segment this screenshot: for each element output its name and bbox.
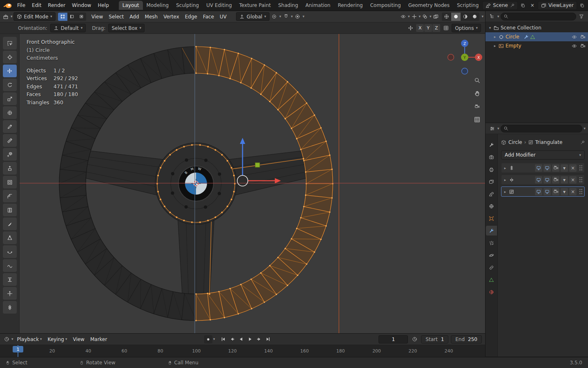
modifier-row[interactable]: ▸ ▾ × — [501, 186, 585, 197]
axis-negative-x-ball[interactable] — [448, 54, 454, 61]
viewport-3d[interactable]: B M W Front Orthographic (1) Circle Cent… — [20, 34, 485, 333]
collection-expand-icon[interactable]: ▾ — [488, 26, 492, 30]
expand-icon[interactable]: ▸ — [503, 190, 507, 194]
workspace-tab[interactable]: Sculpting — [172, 1, 203, 10]
properties-tab[interactable] — [486, 226, 497, 236]
mirror-axis-button[interactable]: X — [416, 24, 424, 32]
visibility-button[interactable] — [399, 13, 408, 21]
properties-options-caret[interactable]: ▾ — [584, 127, 586, 130]
tool-button[interactable] — [3, 231, 17, 244]
tool-button[interactable] — [3, 51, 17, 63]
tool-button[interactable] — [3, 190, 17, 202]
tool-button[interactable] — [3, 92, 17, 105]
menu-item[interactable]: Playback▾ — [14, 335, 45, 343]
timeline-ruler[interactable]: 1 20406080100120140160180200220240 — [0, 345, 485, 357]
jump-to-end-button[interactable] — [264, 335, 272, 343]
next-keyframe-button[interactable] — [255, 335, 263, 343]
shading-solid-button[interactable] — [451, 13, 461, 21]
menu-item[interactable]: UV — [217, 13, 229, 21]
outliner-editor-button[interactable] — [488, 12, 496, 20]
outliner-search-input[interactable] — [501, 13, 576, 20]
hide-render-toggle[interactable] — [580, 34, 586, 40]
overlays-button[interactable] — [421, 13, 429, 21]
breadcrumb-modifier[interactable]: Triangulate — [535, 139, 563, 145]
workspace-tab[interactable]: Rendering — [334, 1, 366, 10]
workspace-tab[interactable]: Modeling — [143, 1, 173, 10]
tool-button[interactable] — [3, 134, 17, 147]
jump-to-start-button[interactable] — [219, 335, 227, 343]
frame-end-field[interactable]: End250 — [451, 335, 482, 343]
properties-tab[interactable] — [486, 152, 497, 162]
hide-render-toggle[interactable] — [580, 43, 586, 49]
properties-tab[interactable] — [486, 177, 497, 186]
display-realtime-toggle[interactable] — [543, 176, 551, 184]
shading-material-button[interactable] — [461, 13, 470, 21]
vertex-select-button[interactable] — [58, 13, 67, 21]
properties-editor-caret[interactable]: ▾ — [497, 127, 499, 130]
menu-item[interactable]: Help — [94, 1, 112, 9]
add-modifier-button[interactable]: Add Modifier ▾ — [501, 150, 585, 159]
workspace-tab[interactable]: Texture Paint — [236, 1, 274, 10]
zoom-button[interactable] — [472, 76, 481, 85]
snap-grid-icon[interactable] — [442, 24, 450, 32]
properties-tab[interactable] — [486, 263, 497, 272]
tool-button[interactable] — [3, 120, 17, 133]
modifier-delete-button[interactable]: × — [569, 164, 577, 172]
xray-button[interactable] — [432, 13, 440, 21]
ortho-grid-button[interactable] — [472, 115, 481, 124]
visibility-caret[interactable]: ▾ — [408, 15, 410, 18]
hide-viewport-toggle[interactable] — [572, 34, 577, 40]
workspace-tab[interactable]: UV Editing — [203, 1, 236, 10]
scene-selector[interactable]: Scene — [482, 1, 518, 10]
workspace-tab[interactable]: Shading — [274, 1, 302, 10]
workspace-tab[interactable]: Compositing — [366, 1, 404, 10]
tool-button[interactable] — [3, 259, 17, 272]
proportional-caret[interactable]: ▾ — [303, 15, 305, 18]
modifier-extras-button[interactable]: ▾ — [561, 176, 568, 184]
properties-tab[interactable] — [486, 164, 497, 174]
camera-view-button[interactable] — [472, 102, 481, 111]
tool-button[interactable] — [3, 176, 17, 188]
snap-caret[interactable]: ▾ — [291, 15, 293, 18]
workspace-tab[interactable]: Scripting — [453, 1, 482, 10]
menu-item[interactable]: Edge — [182, 13, 200, 21]
snap-magnet-button[interactable] — [282, 13, 290, 21]
tool-button[interactable] — [3, 218, 17, 230]
tool-button[interactable] — [3, 37, 17, 49]
modifier-delete-button[interactable]: × — [569, 176, 577, 184]
face-select-button[interactable] — [77, 13, 86, 21]
display-realtime-toggle[interactable] — [543, 188, 551, 195]
modifier-row[interactable]: ▸ ▾ × — [501, 163, 585, 173]
new-scene-button[interactable] — [519, 1, 527, 9]
orientation-selector[interactable]: Global ▾ — [236, 12, 270, 21]
menu-item[interactable]: View — [89, 13, 106, 21]
drag-handle[interactable] — [579, 165, 583, 171]
axis-negative-z-ball[interactable] — [462, 68, 468, 74]
display-editmode-toggle[interactable] — [535, 176, 542, 184]
tool-button[interactable] — [3, 301, 17, 314]
drag-handle[interactable] — [579, 177, 583, 183]
gizmo-toggle-icon[interactable] — [406, 24, 414, 32]
pin-icon[interactable] — [580, 140, 585, 145]
display-realtime-toggle[interactable] — [543, 164, 551, 172]
menu-item[interactable]: View — [70, 335, 87, 343]
mirror-axis-button[interactable]: Z — [432, 24, 440, 32]
expand-icon[interactable]: ▸ — [503, 178, 507, 182]
workspace-tab[interactable]: Layout — [119, 1, 143, 10]
menu-item[interactable]: Add — [127, 13, 142, 21]
menu-item[interactable]: Window — [69, 1, 94, 9]
hide-viewport-toggle[interactable] — [572, 43, 577, 49]
drag-handle[interactable] — [579, 188, 583, 195]
overlays-caret[interactable]: ▾ — [430, 15, 432, 18]
display-render-toggle[interactable] — [552, 188, 559, 195]
pan-hand-button[interactable] — [472, 89, 481, 98]
properties-tab[interactable] — [486, 140, 497, 150]
outliner-filter-button[interactable] — [577, 12, 586, 20]
gizmos-button[interactable] — [410, 13, 418, 21]
blender-logo-icon[interactable] — [3, 2, 12, 9]
tool-button[interactable] — [3, 79, 17, 91]
menu-item[interactable]: File — [14, 1, 29, 9]
pivot-caret[interactable]: ▾ — [279, 15, 281, 18]
gizmos-caret[interactable]: ▾ — [419, 15, 421, 18]
properties-editor-button[interactable] — [488, 124, 496, 132]
